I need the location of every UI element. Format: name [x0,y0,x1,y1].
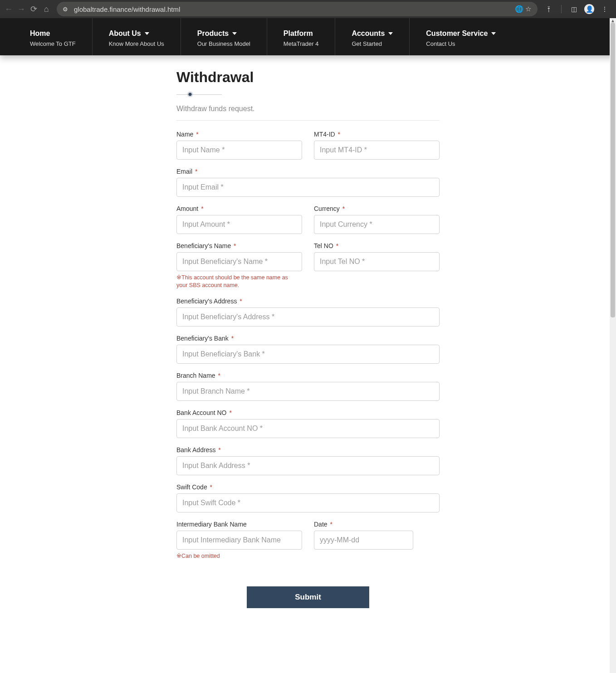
input-intermediary-bank[interactable] [176,531,302,550]
input-swift[interactable] [176,493,440,512]
nav-item-home[interactable]: HomeWelcome To GTF [14,18,93,55]
label-intermediary-bank: Intermediary Bank Name [176,521,302,528]
field-intermediary-bank: Intermediary Bank Name ※Can be omitted [176,521,302,560]
page-subtitle: Withdraw funds request. [176,105,440,113]
site-settings-icon[interactable]: ⚙ [61,5,69,13]
label-tel: Tel NO * [314,242,440,249]
nav-item-products[interactable]: ProductsOur Business Model [181,18,267,55]
input-account-no[interactable] [176,419,440,438]
field-mt4: MT4-ID * [314,131,440,160]
bookmark-star-icon[interactable]: ☆ [525,5,531,13]
nav-item-subtitle: Know More About Us [109,40,164,47]
nav-item-subtitle: Contact Us [426,40,496,47]
nav-item-title: Products [197,29,250,38]
forward-icon[interactable]: → [16,2,26,16]
nav-item-accounts[interactable]: AccountsGet Started [335,18,410,55]
nav-item-title: Accounts [352,29,393,38]
input-beneficiary-name[interactable] [176,252,302,271]
label-beneficiary-address: Beneficiary's Address * [176,297,440,305]
input-amount[interactable] [176,215,302,234]
kebab-menu-icon[interactable]: ⋮ [599,3,611,15]
nav-item-customer-service[interactable]: Customer ServiceContact Us [410,18,512,55]
label-date: Date * [314,521,413,528]
submit-button[interactable]: Submit [247,586,369,608]
field-branch: Branch Name * [176,372,440,401]
label-account-no: Bank Account NO * [176,409,440,416]
input-email[interactable] [176,178,440,197]
site-nav: HomeWelcome To GTFAbout UsKnow More Abou… [0,18,616,55]
input-currency[interactable] [314,215,440,234]
label-name: Name * [176,131,302,138]
home-icon[interactable]: ⌂ [41,2,51,16]
chevron-down-icon [232,32,237,35]
nav-item-subtitle: MetaTrader 4 [284,40,319,47]
nav-item-about-us[interactable]: About UsKnow More About Us [93,18,181,55]
label-currency: Currency * [314,205,440,212]
field-currency: Currency * [314,205,440,234]
field-bank-address: Bank Address * [176,446,440,475]
label-mt4: MT4-ID * [314,131,440,138]
nav-item-subtitle: Get Started [352,40,393,47]
input-mt4[interactable] [314,141,440,160]
label-bank-address: Bank Address * [176,446,440,454]
title-decoration [176,92,440,97]
field-beneficiary-address: Beneficiary's Address * [176,297,440,327]
page-title: Withdrawal [176,69,440,86]
address-bar[interactable]: ⚙ globaltrade.finance/withdrawal.html 🌐 … [57,2,538,16]
field-tel: Tel NO * [314,242,440,289]
input-branch[interactable] [176,382,440,401]
field-swift: Swift Code * [176,483,440,512]
nav-item-subtitle: Our Business Model [197,40,250,47]
note-beneficiary-name: ※This account should be the same name as… [176,274,290,289]
input-beneficiary-address[interactable] [176,307,440,327]
page-scrollbar[interactable]: ▲ [610,18,616,644]
chevron-down-icon [388,32,393,35]
field-beneficiary-bank: Beneficiary's Bank * [176,335,440,364]
input-tel[interactable] [314,252,440,271]
label-email: Email * [176,168,440,175]
field-name: Name * [176,131,302,160]
browser-toolbar: ← → ⟳ ⌂ ⚙ globaltrade.finance/withdrawal… [0,0,616,18]
nav-item-title: Customer Service [426,29,496,38]
input-date[interactable] [314,531,413,550]
divider [176,120,440,121]
translate-icon[interactable]: 🌐 [515,5,523,13]
chevron-down-icon [145,32,149,35]
label-beneficiary-name: Beneficiary's Name * [176,242,302,249]
field-amount: Amount * [176,205,302,234]
extensions-icon[interactable]: ⭱ [543,3,555,15]
input-bank-address[interactable] [176,456,440,475]
back-icon[interactable]: ← [4,2,14,16]
toolbar-right: ⭱ ◫ 👤 ⋮ [543,3,612,15]
note-intermediary-bank: ※Can be omitted [176,552,302,560]
field-date: Date * [314,521,413,560]
field-beneficiary-name: Beneficiary's Name * ※This account shoul… [176,242,302,289]
chevron-down-icon [491,32,496,35]
nav-item-title: Home [30,29,76,38]
url-text: globaltrade.finance/withdrawal.html [74,5,180,13]
label-swift: Swift Code * [176,483,440,491]
nav-item-platform[interactable]: PlatformMetaTrader 4 [267,18,336,55]
sidepanel-icon[interactable]: ◫ [568,3,580,15]
reload-icon[interactable]: ⟳ [29,2,39,16]
label-beneficiary-bank: Beneficiary's Bank * [176,335,440,342]
label-amount: Amount * [176,205,302,212]
withdrawal-form: Name * MT4-ID * Email * Amount * Currenc… [176,131,440,608]
label-branch: Branch Name * [176,372,440,379]
input-beneficiary-bank[interactable] [176,345,440,364]
nav-item-title: About Us [109,29,164,38]
field-account-no: Bank Account NO * [176,409,440,438]
toolbar-divider [561,5,562,13]
profile-avatar-icon[interactable]: 👤 [584,4,594,14]
input-name[interactable] [176,141,302,160]
nav-item-title: Platform [284,29,319,38]
nav-item-subtitle: Welcome To GTF [30,40,76,47]
field-email: Email * [176,168,440,197]
scroll-thumb[interactable] [611,23,615,317]
